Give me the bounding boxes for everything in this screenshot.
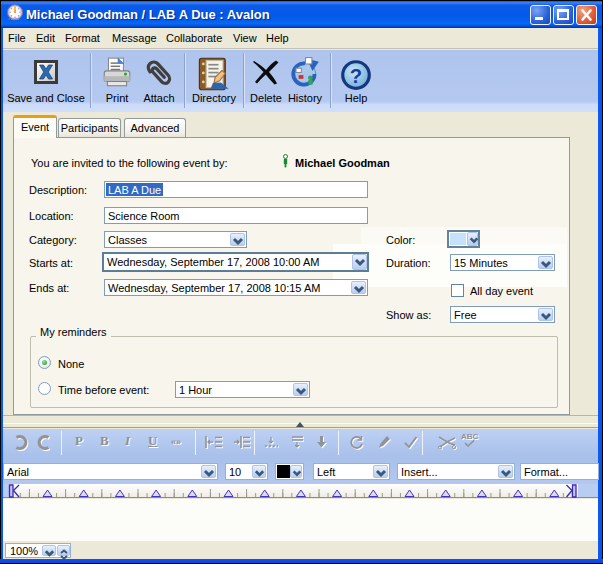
svg-text:?: ? xyxy=(350,65,362,87)
